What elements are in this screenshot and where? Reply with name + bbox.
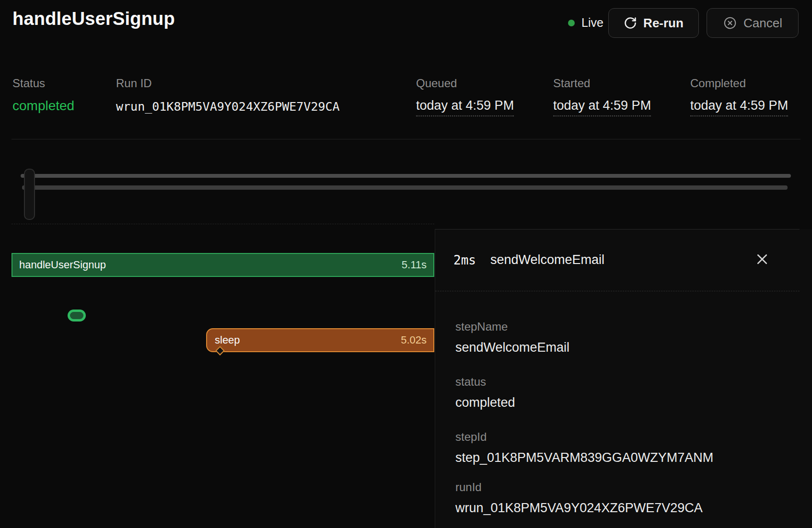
timeline-bar-sleep-label: sleep <box>215 334 240 346</box>
completed-value: today at 4:59 PM <box>690 98 788 116</box>
field-runid-label: runId <box>455 481 482 494</box>
run-id-value: wrun_01K8PM5VA9Y024XZ6PWE7V29CA <box>116 100 340 114</box>
live-dot-icon <box>568 20 575 26</box>
completed-label: Completed <box>690 77 746 90</box>
step-detail-panel: 2ms sendWelcomeEmail stepName sendWelcom… <box>435 229 812 528</box>
rerun-button-label: Re-run <box>643 16 684 31</box>
panel-step-duration: 2ms <box>453 253 476 267</box>
close-x-icon <box>755 252 769 268</box>
field-status-value: completed <box>455 395 515 410</box>
panel-step-title: sendWelcomeEmail <box>490 253 604 267</box>
cancel-button-label: Cancel <box>743 16 782 31</box>
status-value: completed <box>12 98 74 114</box>
live-status: Live <box>568 16 603 30</box>
field-runid-value: wrun_01K8PM5VA9Y024XZ6PWE7V29CA <box>455 501 703 516</box>
timeline-bar-sleep-duration: 5.02s <box>401 334 427 346</box>
selected-step-pill-icon[interactable] <box>68 310 86 321</box>
circle-x-icon <box>723 16 737 30</box>
minimap-sleep-bar <box>22 185 788 190</box>
run-id-label: Run ID <box>116 77 152 90</box>
queued-label: Queued <box>416 77 457 90</box>
field-stepid-label: stepId <box>455 430 487 444</box>
started-value: today at 4:59 PM <box>553 98 651 116</box>
timeline-scrubber-handle[interactable] <box>24 169 35 220</box>
minimap-divider <box>12 224 434 224</box>
page-title: handleUserSignup <box>12 9 175 29</box>
timeline-bar-root[interactable]: handleUserSignup 5.11s <box>12 253 434 277</box>
cancel-button[interactable]: Cancel <box>707 8 799 38</box>
queued-value: today at 4:59 PM <box>416 98 514 116</box>
field-stepname-label: stepName <box>455 320 508 333</box>
workflow-run-page: handleUserSignup Live Re-run Cancel Stat… <box>0 0 812 528</box>
status-label: Status <box>12 77 45 90</box>
field-stepid-value: step_01K8PM5VARM839GGA0WZYM7ANM <box>455 450 713 465</box>
header-divider <box>12 139 800 139</box>
timeline-bar-root-duration: 5.11s <box>402 259 427 271</box>
live-label: Live <box>581 16 603 30</box>
timeline-bar-root-label: handleUserSignup <box>19 259 106 271</box>
minimap-root-bar <box>21 174 791 178</box>
field-stepid: stepId step_01K8PM5VARM839GGA0WZYM7ANM <box>455 430 487 444</box>
field-status-label: status <box>455 375 486 389</box>
panel-header: 2ms sendWelcomeEmail <box>435 229 800 291</box>
refresh-icon <box>624 16 637 30</box>
field-status: status completed <box>455 375 486 389</box>
field-runid: runId wrun_01K8PM5VA9Y024XZ6PWE7V29CA <box>455 481 482 494</box>
rerun-button[interactable]: Re-run <box>608 8 699 38</box>
timeline-bar-sleep[interactable]: sleep 5.02s <box>206 328 434 352</box>
panel-header-divider <box>435 291 800 291</box>
field-stepname: stepName sendWelcomeEmail <box>455 320 508 333</box>
field-stepname-value: sendWelcomeEmail <box>455 340 569 355</box>
panel-close-button[interactable] <box>749 246 776 273</box>
started-label: Started <box>553 77 590 90</box>
